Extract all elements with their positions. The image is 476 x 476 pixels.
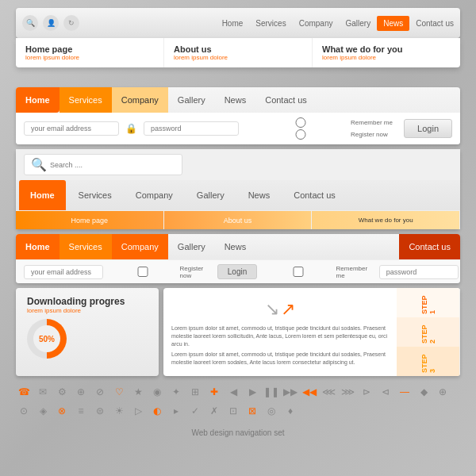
icon-3[interactable]: ⊕ xyxy=(73,384,89,400)
icon-12[interactable]: ▶ xyxy=(244,384,260,400)
nav4-login-button[interactable]: Login xyxy=(217,264,257,279)
icon-22[interactable]: ⊕ xyxy=(435,384,451,400)
nav3-sub-about[interactable]: About us xyxy=(164,211,313,229)
icon-35[interactable]: ⊠ xyxy=(244,403,260,419)
nav3-home[interactable]: Home xyxy=(19,180,66,210)
nav2-news[interactable]: News xyxy=(215,87,256,113)
radio-group: Remember me Register now xyxy=(253,117,393,140)
icon-31[interactable]: ▸ xyxy=(168,403,184,419)
nav1-services[interactable]: Services xyxy=(249,19,292,28)
icon-11[interactable]: ◀ xyxy=(225,384,241,400)
icon-2[interactable]: ⚙ xyxy=(54,384,70,400)
download-card: Downloading progres lorem ipsum dolore 5… xyxy=(16,288,159,376)
nav4-register-check[interactable] xyxy=(108,267,178,277)
progress-percent: 50% xyxy=(39,335,55,344)
login-button[interactable]: Login xyxy=(404,119,452,138)
icon-36[interactable]: ◎ xyxy=(263,403,279,419)
icon-17[interactable]: ⋙ xyxy=(340,384,355,400)
nav4-home[interactable]: Home xyxy=(16,234,60,259)
nav4-services[interactable]: Services xyxy=(60,234,112,259)
dropdown-item-about[interactable]: About us lorem ipsum dolore xyxy=(164,38,313,67)
step1-label: STEP 1 xyxy=(397,288,460,317)
register-radio[interactable] xyxy=(253,129,348,140)
nav3-services[interactable]: Services xyxy=(67,180,123,210)
icon-29[interactable]: ▷ xyxy=(130,403,146,419)
dropdown-about-subtitle: lorem ipsum dolore xyxy=(174,54,302,61)
icon-18[interactable]: ⊳ xyxy=(359,384,374,400)
icon-9[interactable]: ⊞ xyxy=(187,384,203,400)
nav2-contact[interactable]: Contact us xyxy=(255,87,317,113)
icon-33[interactable]: ✗ xyxy=(206,403,222,419)
nav2-services[interactable]: Services xyxy=(60,87,112,113)
refresh-icon[interactable]: ↻ xyxy=(63,15,79,31)
icon-37[interactable]: ♦ xyxy=(282,403,298,419)
search-icon[interactable]: 🔍 xyxy=(22,15,38,31)
icon-15[interactable]: ◀◀ xyxy=(301,384,317,400)
nav1-company[interactable]: Company xyxy=(293,19,340,28)
icon-0[interactable]: ☎ xyxy=(16,384,32,400)
nav3-company[interactable]: Company xyxy=(125,180,184,210)
icon-4[interactable]: ⊘ xyxy=(92,384,108,400)
remember-radio[interactable] xyxy=(253,117,348,128)
icon-30[interactable]: ◐ xyxy=(149,403,165,419)
dropdown-about-title: About us xyxy=(174,44,302,54)
icon-6[interactable]: ★ xyxy=(130,384,146,400)
register-label[interactable]: Register now xyxy=(253,129,393,140)
icon-7[interactable]: ◉ xyxy=(149,384,165,400)
nav3-search-bar: 🔍 xyxy=(16,149,460,180)
icon-13[interactable]: ❚❚ xyxy=(263,384,279,400)
steps-arrows: ↘ ↗ xyxy=(171,294,389,324)
nav4-remember-check[interactable] xyxy=(262,267,334,277)
icon-10[interactable]: ✚ xyxy=(206,384,222,400)
nav1-contact[interactable]: Contact us xyxy=(409,19,460,28)
email-input[interactable] xyxy=(24,121,119,136)
nav1-news[interactable]: News xyxy=(377,16,409,31)
icon-24[interactable]: ◈ xyxy=(35,403,51,419)
nav3-sub-what[interactable]: What we do for you xyxy=(312,211,460,229)
icon-28[interactable]: ☀ xyxy=(111,403,127,419)
icon-8[interactable]: ✦ xyxy=(168,384,184,400)
nav1-dropdown: Home page lorem ipsum dolore About us lo… xyxy=(16,38,460,67)
icon-25[interactable]: ⊗ xyxy=(54,403,70,419)
dropdown-item-home[interactable]: Home page lorem ipsum dolore xyxy=(16,38,164,67)
icon-14[interactable]: ▶▶ xyxy=(282,384,298,400)
nav4-news[interactable]: News xyxy=(215,234,256,259)
remember-me-label[interactable]: Remember me xyxy=(253,117,393,128)
nav2-company[interactable]: Company xyxy=(112,87,168,113)
nav4-contact[interactable]: Contact us xyxy=(399,234,460,259)
icon-19[interactable]: ⊲ xyxy=(378,384,393,400)
icon-27[interactable]: ⊜ xyxy=(92,403,108,419)
search-box[interactable]: 🔍 xyxy=(24,154,182,175)
icon-34[interactable]: ⊡ xyxy=(225,403,241,419)
icon-21[interactable]: ◆ xyxy=(416,384,432,400)
icon-26[interactable]: ≡ xyxy=(73,403,89,419)
download-body: 50% xyxy=(27,319,148,359)
nav1-gallery[interactable]: Gallery xyxy=(339,19,377,28)
icon-5[interactable]: ♡ xyxy=(111,384,127,400)
icon-20[interactable]: — xyxy=(397,384,413,400)
icon-16[interactable]: ⋘ xyxy=(321,384,336,400)
step2-label: STEP 2 xyxy=(397,317,460,347)
icon-23[interactable]: ⊙ xyxy=(16,403,32,419)
nav1-home[interactable]: Home xyxy=(216,19,250,28)
nav4-email-input[interactable] xyxy=(24,265,103,279)
steps-text-2: Lorem ipsum dolor sit amet, commodo ut, … xyxy=(171,351,389,367)
nav3-gallery[interactable]: Gallery xyxy=(186,180,236,210)
nav3-contact[interactable]: Contact us xyxy=(282,180,347,210)
nav3-menu: Home Services Company Gallery News Conta… xyxy=(16,180,460,210)
user-icon[interactable]: 👤 xyxy=(43,15,59,31)
arrow-right-icon: ↗ xyxy=(281,299,295,320)
nav4-company[interactable]: Company xyxy=(112,234,168,259)
navbar-2: Home Services Company Gallery News Conta… xyxy=(16,87,460,144)
dropdown-item-what[interactable]: What we do for you lorem ipsum dolore xyxy=(313,38,460,67)
nav2-gallery[interactable]: Gallery xyxy=(168,87,215,113)
search-input[interactable] xyxy=(50,161,175,169)
navbar-4: Home Services Company Gallery News Conta… xyxy=(16,234,460,283)
nav2-home[interactable]: Home xyxy=(16,87,60,113)
icon-32[interactable]: ✓ xyxy=(187,403,203,419)
nav4-password-input[interactable] xyxy=(379,265,459,279)
password-input[interactable] xyxy=(144,121,239,136)
nav4-gallery[interactable]: Gallery xyxy=(168,234,215,259)
icon-1[interactable]: ✉ xyxy=(35,384,51,400)
nav3-news[interactable]: News xyxy=(237,180,282,210)
